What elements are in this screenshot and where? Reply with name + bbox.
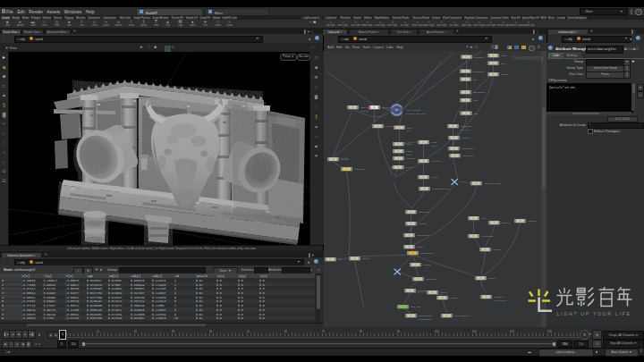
svg-text:polyfill: polyfill (406, 166, 412, 169)
svg-text:output0: output0 (450, 297, 458, 299)
svg-text:vdbsmooth1: vdbsmooth1 (462, 147, 474, 150)
svg-text:merge5: merge5 (423, 264, 431, 266)
svg-text:stones: stones (431, 145, 438, 147)
svg-text:attribwrangle1: attribwrangle1 (419, 318, 433, 321)
svg-text:vdbconvert: vdbconvert (462, 155, 474, 157)
svg-text:attribdelete1: attribdelete1 (417, 234, 429, 237)
svg-text:platform: platform (528, 220, 536, 223)
svg-text:convert1: convert1 (406, 157, 415, 160)
svg-text:wrangle: wrangle (501, 73, 509, 76)
svg-text:14k in: 14k in (406, 154, 412, 156)
svg-text:bbox_all: bbox_all (360, 110, 369, 113)
svg-text:stash: stash (501, 55, 507, 57)
svg-text:attr3: attr3 (501, 63, 506, 65)
svg-text:grid1: grid1 (481, 217, 487, 220)
svg-text:pointsfromvolume: pointsfromvolume (432, 188, 450, 190)
svg-text:isooffset: isooffset (341, 158, 350, 161)
svg-text:attr1: attr1 (473, 99, 479, 102)
svg-text:every_merged: every_merged (406, 109, 421, 112)
svg-text:merge3: merge3 (493, 248, 501, 251)
svg-text:fluidsource: fluidsource (354, 168, 366, 171)
svg-text:vdbfrompolygons: vdbfrompolygons (484, 182, 502, 185)
svg-text:exploded_obj1_smo: exploded_obj1_smo (406, 113, 426, 115)
svg-text:attribswap1: attribswap1 (473, 71, 485, 73)
svg-text:vdb 10%: vdb 10% (461, 129, 470, 131)
svg-text:3 in: 3 in (407, 130, 411, 132)
svg-text:merge2: merge2 (419, 223, 427, 225)
svg-text:transform1: transform1 (426, 278, 437, 281)
svg-text:rop_geometry1: rop_geometry1 (454, 315, 470, 317)
svg-text:attribswap: attribswap (474, 56, 485, 59)
svg-text:normal: normal (440, 291, 447, 294)
svg-text:attr: attr (473, 79, 477, 81)
svg-text:clean1: clean1 (417, 246, 424, 248)
svg-text:switch1: switch1 (362, 257, 370, 260)
svg-text:convert4: convert4 (462, 137, 470, 139)
svg-text:attr2: attr2 (474, 113, 479, 115)
svg-text:LIGHT UP YOUR LIFE: LIGHT UP YOUR LIFE (557, 311, 631, 316)
svg-text:merge4: merge4 (488, 277, 496, 280)
svg-text:scatter1: scatter1 (502, 222, 511, 224)
svg-text:polyfill1: polyfill1 (431, 176, 439, 179)
svg-text:file_geometry: file_geometry (494, 299, 507, 302)
svg-text:attribswap2: attribswap2 (473, 91, 485, 94)
svg-text:blast1: blast1 (406, 143, 412, 146)
svg-text:geo: geo (338, 258, 343, 261)
svg-text:convert3: convert3 (431, 160, 440, 163)
svg-text:convert: convert (386, 125, 394, 128)
svg-text:Geometry: Geometry (513, 54, 545, 62)
svg-text:OUT_sim: OUT_sim (411, 306, 420, 308)
svg-text:attribdelete: attribdelete (419, 211, 430, 214)
svg-text:attribwrangle: attribwrangle (420, 252, 434, 255)
svg-text:pointwrangle: pointwrangle (481, 235, 495, 238)
